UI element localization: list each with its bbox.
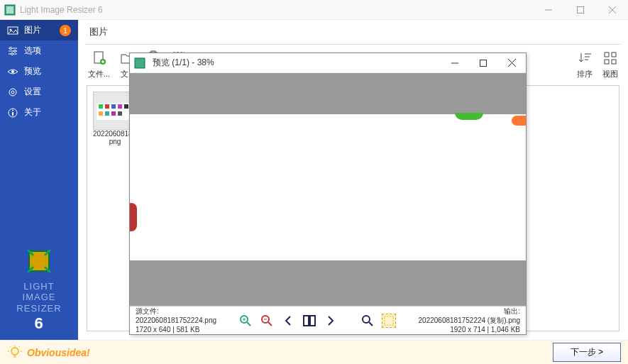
source-name: 20220608181752224.png [136, 316, 216, 325]
info-icon [7, 107, 18, 118]
logo-version: 6 [7, 314, 71, 333]
svg-point-15 [9, 89, 16, 96]
preview-canvas[interactable] [130, 73, 526, 306]
lightbulb-icon [7, 345, 23, 360]
sort-button[interactable]: 排序 [577, 50, 593, 79]
page-title: 图片 [78, 20, 628, 44]
sort-icon [577, 50, 593, 66]
logo-icon [25, 247, 53, 275]
svg-point-11 [10, 47, 12, 49]
next-image-button[interactable] [324, 314, 338, 328]
svg-point-12 [14, 50, 16, 52]
app-icon [4, 4, 16, 16]
logo-line2: IMAGE [7, 292, 71, 303]
prev-button[interactable] [281, 314, 295, 328]
logo-line3: RESIZER [7, 303, 71, 314]
svg-rect-3 [577, 6, 583, 13]
svg-rect-35 [605, 53, 609, 57]
tb-label: 文件... [88, 69, 110, 79]
preview-titlebar[interactable]: 预览 (1/1) - 38% [130, 53, 526, 73]
sidebar-item-images[interactable]: 图片 1 [0, 20, 78, 40]
maximize-button[interactable] [564, 0, 596, 20]
view-icon [602, 50, 618, 66]
svg-rect-63 [385, 316, 393, 324]
svg-line-62 [369, 322, 373, 326]
close-button[interactable] [596, 0, 628, 20]
zoom-out-button[interactable] [260, 314, 274, 328]
file-add-icon [92, 50, 107, 66]
images-icon [7, 25, 18, 36]
preview-close-button[interactable] [497, 53, 526, 73]
sidebar-label: 预览 [24, 65, 41, 77]
output-name: 20220608181752224 (复制).png [419, 316, 520, 325]
svg-rect-59 [304, 316, 309, 326]
sidebar: 图片 1 选项 预览 设置 关于 LIGHT IMAGE RESIZER 6 [0, 20, 78, 340]
svg-line-46 [19, 346, 20, 347]
sidebar-item-preview[interactable]: 预览 [0, 61, 78, 82]
sidebar-label: 图片 [24, 24, 41, 36]
app-title: Light Image Resizer 6 [20, 5, 532, 15]
preview-tools [216, 314, 419, 328]
fit-button[interactable] [360, 314, 375, 328]
preview-statusbar: 源文件: 20220608181752224.png 1720 x 640 | … [130, 306, 526, 334]
sidebar-item-settings[interactable]: 设置 [0, 82, 78, 102]
compare-button[interactable] [302, 314, 316, 328]
marquee-tool-button[interactable] [382, 314, 396, 328]
footer: Obviousidea! 下一步 > [0, 340, 628, 364]
svg-line-53 [247, 322, 250, 326]
svg-rect-49 [480, 60, 487, 66]
logo-line1: LIGHT [7, 281, 71, 292]
add-files-button[interactable]: 文件... [88, 50, 110, 79]
preview-minimize-button[interactable] [441, 53, 469, 73]
titlebar: Light Image Resizer 6 [0, 0, 628, 20]
svg-point-61 [363, 316, 370, 323]
svg-line-57 [268, 322, 272, 326]
sidebar-item-options[interactable]: 选项 [0, 40, 78, 61]
svg-point-16 [11, 91, 14, 94]
tb-label: 排序 [577, 69, 593, 79]
brand-logo[interactable]: Obviousidea! [7, 345, 90, 360]
sidebar-logo: LIGHT IMAGE RESIZER 6 [0, 240, 78, 340]
svg-rect-36 [612, 53, 616, 57]
output-label: 输出: [419, 307, 520, 316]
svg-point-19 [12, 109, 13, 111]
sidebar-label: 选项 [24, 45, 41, 57]
svg-rect-60 [310, 316, 315, 326]
sliders-icon [7, 45, 18, 57]
preview-title: 预览 (1/1) - 38% [153, 57, 441, 69]
source-label: 源文件: [136, 307, 216, 316]
sidebar-badge: 1 [60, 25, 71, 36]
svg-point-13 [11, 53, 13, 55]
svg-rect-1 [6, 6, 13, 13]
minimize-button[interactable] [532, 0, 564, 20]
svg-rect-47 [135, 58, 145, 68]
sidebar-item-about[interactable]: 关于 [0, 102, 78, 123]
next-button[interactable]: 下一步 > [553, 343, 621, 362]
source-info: 1720 x 640 | 581 KB [136, 325, 216, 334]
window-controls [532, 0, 628, 20]
gear-icon [7, 87, 18, 98]
eye-icon [7, 66, 18, 77]
preview-window: 预览 (1/1) - 38% 源文件: 20220608181752224.pn… [129, 53, 527, 335]
brand-text: Obviousidea! [27, 347, 90, 358]
tb-label: 视图 [602, 69, 618, 79]
sidebar-label: 关于 [24, 106, 41, 118]
output-info: 1920 x 714 | 1,046 KB [419, 325, 520, 334]
preview-app-icon [134, 57, 145, 69]
svg-rect-38 [612, 60, 616, 64]
zoom-in-button[interactable] [238, 314, 253, 328]
svg-rect-37 [605, 60, 609, 64]
sidebar-label: 设置 [24, 86, 41, 98]
svg-point-39 [11, 348, 18, 355]
view-button[interactable]: 视图 [602, 50, 618, 79]
svg-line-45 [10, 346, 11, 347]
preview-image [130, 114, 526, 260]
preview-maximize-button[interactable] [469, 53, 497, 73]
svg-point-14 [11, 70, 14, 73]
